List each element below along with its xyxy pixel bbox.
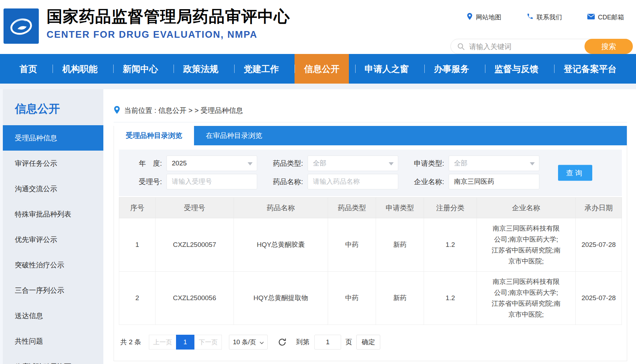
- drug-type-select[interactable]: 全部: [308, 156, 398, 171]
- mail-icon: [587, 14, 595, 21]
- cell-date: 2025-07-28: [576, 218, 622, 272]
- refresh-icon[interactable]: [278, 338, 287, 347]
- acceptance-no-input[interactable]: [172, 175, 252, 189]
- sidebar-item[interactable]: 优先审评公示: [3, 227, 103, 252]
- year-select-value: 2025: [172, 159, 187, 167]
- sidebar-item[interactable]: 受理品种信息: [3, 125, 103, 151]
- sidebar-item[interactable]: 突破性治疗公示: [3, 252, 103, 278]
- nav-item[interactable]: 机构职能: [53, 54, 107, 84]
- cell-reg-class: 1.2: [424, 218, 477, 272]
- sitemap-label: 网站地图: [476, 13, 501, 22]
- table-row: 2 CXZL2500056 HQY总黄酮提取物 中药 新药 1.2 南京三同医药…: [119, 272, 622, 325]
- cell-acceptance-no: CXZL2500057: [156, 218, 234, 272]
- column-header: 承办日期: [576, 198, 622, 218]
- sidebar-item[interactable]: 三合一序列公示: [3, 278, 103, 303]
- company-label: 企业名称:: [405, 177, 444, 187]
- nav-item[interactable]: 登记备案平台: [554, 54, 626, 84]
- filter-panel: 年 度: 2025 药品类型: 全部 申请类型: 全部: [119, 150, 622, 196]
- chevron-down-icon: [248, 162, 253, 165]
- sidebar-item-label: 优先审评公示: [15, 236, 57, 243]
- location-pin-icon: [114, 105, 120, 116]
- sidebar-item[interactable]: 送达信息: [3, 303, 103, 328]
- search-button[interactable]: 搜索: [584, 39, 633, 54]
- apply-type-select[interactable]: 全部: [449, 156, 539, 171]
- nav-item[interactable]: 监督与反馈: [485, 54, 548, 84]
- sidebar-item-label: 审评任务公示: [15, 159, 57, 167]
- mail-link[interactable]: CDE邮箱: [587, 13, 624, 22]
- nav-item[interactable]: 信息公开: [295, 54, 349, 84]
- cell-date: 2025-07-28: [576, 272, 622, 325]
- tab-bar: 受理品种目录浏览 在审品种目录浏览: [114, 126, 627, 145]
- nav-item-label: 政策法规: [183, 63, 218, 75]
- chevron-down-icon: [530, 162, 535, 165]
- swan-logo-icon: [6, 10, 36, 42]
- cell-apply-type: 新药: [376, 218, 424, 272]
- prev-page-button[interactable]: 上一页: [149, 335, 176, 350]
- nav-item-label: 登记备案平台: [564, 63, 617, 75]
- table-body: 1 CXZL2500057 HQY总黄酮胶囊 中药 新药 1.2 南京三同医药科…: [119, 218, 622, 325]
- nav-item[interactable]: 首页: [10, 54, 47, 84]
- sidebar-menu: 受理品种信息 审评任务公示 沟通交流公示 特殊审批品种列表 优先审评公示: [3, 125, 103, 364]
- filter-row-1: 年 度: 2025 药品类型: 全部 申请类型: 全部: [119, 155, 622, 171]
- nav-item[interactable]: 党建工作: [234, 54, 289, 84]
- query-button[interactable]: 查询: [558, 165, 592, 181]
- cell-drug-name: HQY总黄酮提取物: [234, 272, 328, 325]
- cde-logo[interactable]: [4, 8, 39, 44]
- nav-item-label: 机构职能: [62, 63, 97, 75]
- site-subtitle: CENTER FOR DRUG EVALUATION, NMPA: [47, 29, 290, 40]
- sidebar-item[interactable]: 审评任务公示: [3, 151, 103, 176]
- acceptance-no-field: [166, 174, 257, 189]
- nav-item-label: 新闻中心: [123, 63, 158, 75]
- sidebar-item-label: 共性问题: [15, 337, 43, 345]
- cell-index: 2: [119, 272, 156, 325]
- nav-item[interactable]: 政策法规: [174, 54, 228, 84]
- search-input[interactable]: [468, 39, 576, 54]
- site-title: 国家药品监督管理局药品审评中心: [47, 7, 290, 26]
- cell-reg-class: 1.2: [424, 272, 477, 325]
- top-links: 网站地图 联系我们 CDE邮箱: [467, 13, 624, 22]
- nav-item[interactable]: 办事服务: [424, 54, 479, 84]
- drug-type-label: 药品类型:: [264, 159, 303, 168]
- sidebar-item-label: 临床试验默示许可: [15, 363, 71, 364]
- total-count: 共 2 条: [120, 338, 141, 347]
- page-body: 信息公开 受理品种信息 审评任务公示 沟通交流公示 特殊审批品种列表: [0, 89, 636, 364]
- table-header-row: 序号 受理号 药品名称 药品类型 申请类型 注册分类: [119, 198, 622, 218]
- sidebar-item[interactable]: 临床试验默示许可: [3, 354, 103, 364]
- drug-name-input[interactable]: [313, 175, 393, 189]
- drug-name-field: [308, 174, 398, 189]
- nav-item-label: 申请人之窗: [365, 63, 409, 75]
- tab-accepted-catalog[interactable]: 受理品种目录浏览: [114, 126, 194, 145]
- cell-drug-type: 中药: [328, 272, 376, 325]
- column-header: 药品名称: [234, 198, 328, 218]
- goto-page-input[interactable]: [314, 335, 341, 350]
- sidebar-item[interactable]: 共性问题: [3, 328, 103, 354]
- page-unit-label: 页: [345, 338, 352, 347]
- sidebar-item[interactable]: 沟通交流公示: [3, 176, 103, 201]
- sidebar-item[interactable]: 特殊审批品种列表: [3, 201, 103, 227]
- year-select[interactable]: 2025: [166, 156, 257, 171]
- confirm-button[interactable]: 确定: [356, 335, 380, 350]
- nav-item[interactable]: 申请人之窗: [355, 54, 418, 84]
- apply-type-select-value: 全部: [454, 159, 467, 167]
- page-buttons: 上一页 1 下一页: [149, 335, 222, 350]
- cell-index: 1: [119, 218, 156, 272]
- company-field: [449, 174, 539, 189]
- apply-type-label: 申请类型:: [405, 159, 444, 168]
- tab-under-review-catalog[interactable]: 在审品种目录浏览: [194, 126, 274, 145]
- sidebar-item-label: 突破性治疗公示: [15, 261, 64, 269]
- next-page-button[interactable]: 下一页: [194, 335, 222, 350]
- column-header: 药品类型: [328, 198, 376, 218]
- cell-company: 南京三同医药科技有限公司;南京中医药大学;江苏省中医药研究院;南京市中医院;: [477, 272, 576, 325]
- nav-item[interactable]: 新闻中心: [113, 54, 168, 84]
- content-card: 受理品种目录浏览 在审品种目录浏览 年 度: 2025 药品类型: 全部: [114, 126, 627, 361]
- page-number-button[interactable]: 1: [176, 335, 194, 350]
- contact-link[interactable]: 联系我们: [527, 13, 562, 22]
- cell-drug-name: HQY总黄酮胶囊: [234, 218, 328, 272]
- page-size-select[interactable]: 10 条/页: [229, 335, 268, 350]
- contact-label: 联系我们: [537, 13, 562, 22]
- company-input[interactable]: [454, 175, 534, 189]
- drug-type-select-value: 全部: [313, 159, 326, 167]
- sidebar-item-label: 特殊审批品种列表: [15, 210, 71, 218]
- sidebar-item-label: 沟通交流公示: [15, 185, 57, 193]
- sitemap-link[interactable]: 网站地图: [467, 13, 501, 22]
